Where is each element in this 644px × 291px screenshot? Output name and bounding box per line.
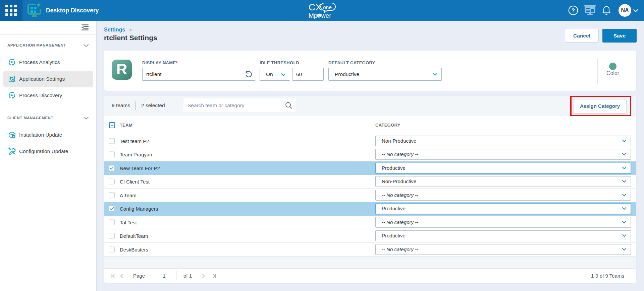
svg-text:CX: CX: [309, 2, 322, 12]
svg-text:one: one: [323, 4, 332, 10]
svg-text:?: ?: [572, 8, 575, 13]
